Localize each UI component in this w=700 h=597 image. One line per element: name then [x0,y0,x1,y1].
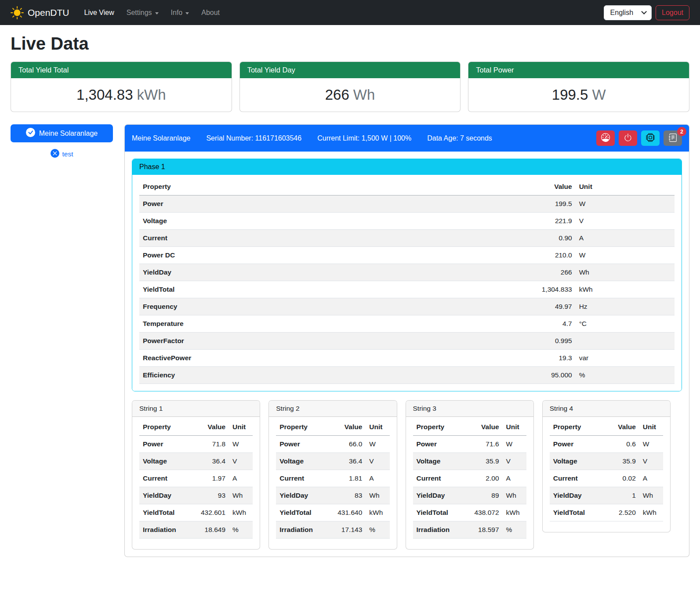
unit-cell: A [229,470,253,487]
table-header-row: PropertyValueUnit [139,419,253,436]
value-cell: 71.6 [468,436,502,453]
inverter-item-label: test [62,150,73,158]
value-cell: 431.640 [332,504,366,521]
value-cell: 36.4 [332,453,366,470]
unit-cell: A [366,470,389,487]
table-row: Power DC210.0W [139,247,675,264]
property-cell: Current [276,470,332,487]
value-cell: 1 [605,487,639,504]
inverter-select-button[interactable]: Meine Solaranlage [11,124,113,142]
column-header: Value [468,419,502,436]
event-log-button[interactable]: 2 [664,130,682,146]
unit-cell: V [576,213,675,230]
summary-card-title: Total Power [468,62,689,78]
unit-cell: kWh [366,504,389,521]
table-header-row: PropertyValueUnit [276,419,389,436]
table-row: Irradiation18.597% [413,521,526,539]
unit-cell: W [366,436,389,453]
nav-item-live-view[interactable]: Live View [78,5,120,20]
table-row: Power199.5W [139,195,675,213]
property-cell: YieldTotal [413,504,469,521]
column-header: Value [195,419,229,436]
table-row: YieldTotal431.640kWh [276,504,389,521]
property-cell: YieldTotal [276,504,332,521]
property-cell: Current [139,470,195,487]
string-card: String 2PropertyValueUnitPower66.0WVolta… [268,400,397,550]
table-row: Current0.90A [139,230,675,247]
unit-cell: Wh [229,487,253,504]
nav-item-info[interactable]: Info [165,5,196,20]
unit-cell [576,333,675,350]
property-cell: Irradiation [276,521,332,539]
inverter-current-limit: Current Limit: 1,500 W | 100% [317,134,411,142]
power-toggle-button[interactable] [619,130,637,146]
column-header: Property [413,419,469,436]
unit-cell: Wh [366,487,389,504]
property-cell: Current [413,470,469,487]
nav-item-about[interactable]: About [195,5,226,20]
unit-cell: kWh [503,504,526,521]
brand[interactable]: OpenDTU [11,6,69,19]
limit-settings-button[interactable] [596,130,615,146]
property-cell: YieldDay [276,487,332,504]
inverter-serial: Serial Number: 116171603546 [206,134,301,142]
table-row: YieldTotal2.520kWh [550,504,663,521]
property-cell: YieldDay [413,487,469,504]
summary-card-unit: kWh [137,87,166,103]
unit-cell: % [503,521,526,539]
table-row: Efficiency95.000% [139,367,675,384]
summary-cards-row: Total Yield Total 1,304.83kWh Total Yiel… [11,62,689,112]
value-cell: 1.81 [332,470,366,487]
column-header: Property [550,419,606,436]
property-cell: Power [139,436,195,453]
nav-item-settings[interactable]: Settings [120,5,165,20]
unit-cell: A [639,470,663,487]
string-card: String 1PropertyValueUnitPower71.8WVolta… [132,400,260,550]
unit-cell: Wh [576,264,675,281]
table-row: YieldTotal432.601kWh [139,504,253,521]
value-cell: 93 [195,487,229,504]
value-cell: 199.5 [517,195,576,213]
table-row: Current1.81A [276,470,389,487]
inverter-item-test[interactable]: test [11,149,113,159]
table-row: Voltage35.9V [413,453,526,470]
logout-button[interactable]: Logout [656,5,689,20]
value-cell: 210.0 [517,247,576,264]
summary-card-unit: Wh [353,87,375,103]
value-cell: 1,304.833 [517,281,576,298]
unit-cell: V [639,453,663,470]
value-cell: 36.4 [195,453,229,470]
value-cell: 438.072 [468,504,502,521]
string-card-body: PropertyValueUnitPower0.6WVoltage35.9VCu… [543,417,670,532]
unit-cell: Wh [639,487,663,504]
language-select[interactable]: English [604,5,652,20]
phase-card-title: Phase 1 [132,159,682,175]
summary-card-title: Total Yield Total [11,62,232,78]
value-cell: 0.995 [517,333,576,350]
value-cell: 2.520 [605,504,639,521]
column-header: Property [139,178,517,195]
table-row: YieldTotal438.072kWh [413,504,526,521]
column-header: Unit [576,178,675,195]
unit-cell: W [639,436,663,453]
string-card-title: String 4 [543,401,670,417]
table-row: Voltage221.9V [139,213,675,230]
phase-card: Phase 1 PropertyValueUnitPower199.5WVolt… [132,159,682,391]
value-cell: 49.97 [517,298,576,315]
string-card-body: PropertyValueUnitPower71.6WVoltage35.9VC… [406,417,533,549]
unit-cell: V [366,453,389,470]
nav-item-label: About [201,9,220,17]
phase-table-slot: PropertyValueUnitPower199.5WVoltage221.9… [132,175,682,391]
table-row: Power71.6W [413,436,526,453]
property-cell: Power [139,195,517,213]
inverter-data-age: Data Age: 7 seconds [427,134,492,142]
value-cell: 35.9 [605,453,639,470]
main-content: Live Data Total Yield Total 1,304.83kWh … [0,25,700,563]
chevron-down-icon [185,12,189,14]
unit-cell: A [503,470,526,487]
data-table: PropertyValueUnitPower71.6WVoltage35.9VC… [413,419,526,539]
check-circle-icon [26,128,35,139]
device-info-button[interactable] [641,130,660,146]
inverter-selector: Meine Solaranlage test [11,124,113,159]
property-cell: YieldDay [139,264,517,281]
